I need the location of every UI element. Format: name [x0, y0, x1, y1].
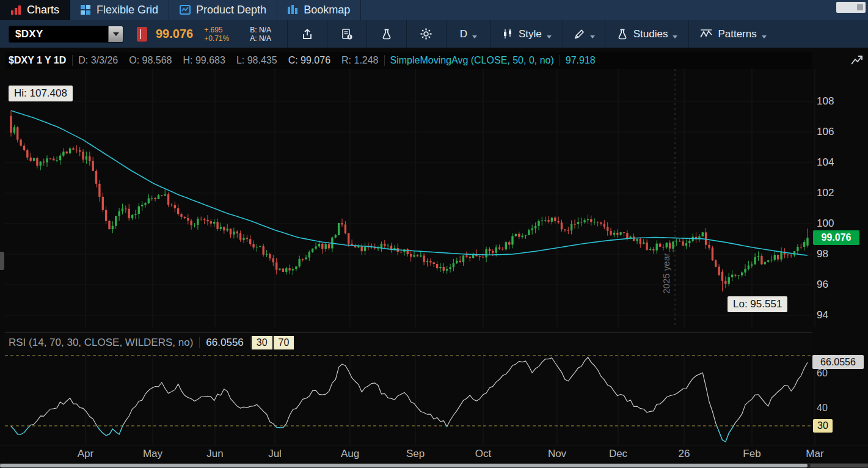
price-chart[interactable]	[0, 69, 868, 327]
patterns-button[interactable]: Patterns	[689, 20, 777, 48]
time-axis-label: Feb	[743, 448, 760, 460]
time-axis-label: Oct	[475, 448, 491, 460]
tab-flexible-grid[interactable]: Flexible Grid	[70, 0, 169, 20]
symbol-input[interactable]: $DXY	[9, 26, 123, 43]
time-axis-label: Nov	[548, 448, 566, 460]
year-divider-label: 2025 year	[661, 253, 671, 294]
bookmap-icon	[288, 5, 298, 15]
price-axis-label: 100	[817, 217, 834, 230]
price-axis-label: 96	[817, 278, 828, 291]
ohlc-range: R: 1.248	[336, 55, 384, 66]
price-change: +.695 +0.71%	[204, 26, 229, 43]
chart-scrollbar	[0, 463, 868, 468]
timeframe-button[interactable]: D	[447, 20, 491, 48]
note-info-icon	[341, 28, 353, 40]
high-annotation: Hi: 107.408	[9, 86, 73, 101]
price-axis-label: 94	[817, 309, 828, 322]
tab-product-depth[interactable]: Product Depth	[169, 0, 277, 20]
chart-actions-icon[interactable]	[850, 54, 865, 67]
time-axis-label: Jul	[268, 448, 282, 460]
tab-label: Product Depth	[196, 4, 266, 16]
pattern-zigzag-icon	[700, 28, 713, 40]
bar-chart-red-icon	[10, 5, 21, 15]
time-axis-label: Apr	[78, 448, 93, 460]
rsi-param-overbought[interactable]: 70	[274, 336, 294, 349]
price-axis-label: 102	[817, 186, 834, 200]
time-axis[interactable]: AprMayJunJulAugSepOctNovDec26FebMar	[0, 445, 868, 463]
time-axis-label: Dec	[609, 448, 627, 460]
time-axis-label: Aug	[341, 448, 359, 460]
chart-toolbar: $DXY 99.076 +.695 +0.71% B: N/A A: N/A	[0, 20, 868, 48]
time-axis-label: Jun	[206, 448, 223, 460]
rsi-axis-label: 60	[817, 367, 828, 380]
timeframe-value: D	[460, 28, 467, 40]
trading-app-window: Charts Flexible Grid Product Depth	[0, 0, 868, 468]
price-axis-label: 98	[817, 247, 828, 261]
style-label: Style	[519, 28, 542, 40]
time-axis-label: May	[143, 448, 162, 460]
price-axis-label: 104	[817, 156, 834, 169]
live-indicator-icon[interactable]	[137, 27, 147, 42]
rsi-header: RSI (14, 70, 30, CLOSE, WILDERS, no) 66.…	[5, 332, 812, 353]
price-axis-label: 106	[817, 125, 834, 139]
flask-icon	[381, 28, 393, 40]
time-axis-label: Sep	[406, 448, 425, 460]
change-value: +.695	[204, 26, 229, 34]
last-price: 99.076	[156, 27, 193, 41]
share-button[interactable]	[288, 20, 327, 48]
price-axis-label: 108	[817, 95, 834, 108]
sidebar-collapse-handle[interactable]	[0, 252, 4, 270]
studies-label: Studies	[633, 28, 668, 40]
rsi-value: 66.0556	[200, 337, 249, 349]
rsi-30-band-badge: 30	[813, 419, 833, 433]
study-value: 97.918	[560, 55, 601, 66]
chart-title: $DXY 1 Y 1D	[5, 55, 72, 66]
ohlc-open: O: 98.568	[123, 55, 177, 66]
economic-data-button[interactable]	[327, 20, 367, 48]
ask-value: A: N/A	[250, 34, 271, 43]
window-control-grip	[857, 4, 863, 10]
bid-ask: B: N/A A: N/A	[250, 26, 271, 43]
settings-button[interactable]	[407, 20, 446, 48]
chevron-down-icon	[547, 35, 552, 38]
change-percent: +0.71%	[204, 34, 229, 43]
flask-icon	[616, 28, 629, 40]
header-divider	[250, 337, 250, 348]
ohlc-low: L: 98.435	[231, 55, 283, 66]
study-label[interactable]: SimpleMovingAvg (CLOSE, 50, 0, no)	[385, 55, 560, 66]
tab-label: Bookmap	[304, 4, 350, 16]
chevron-down-icon	[762, 35, 767, 38]
style-button[interactable]: Style	[491, 20, 563, 48]
chart-style-icon	[502, 28, 514, 40]
tab-charts[interactable]: Charts	[0, 0, 70, 20]
symbol-value: $DXY	[9, 28, 108, 40]
patterns-label: Patterns	[718, 28, 756, 40]
chevron-down-icon	[472, 35, 477, 38]
workspace-tabbar: Charts Flexible Grid Product Depth	[0, 0, 868, 20]
chevron-down-icon	[673, 35, 677, 38]
drawing-tools-button[interactable]	[563, 20, 605, 48]
ohlc-date: D: 3/3/26	[73, 55, 123, 66]
tab-label: Flexible Grid	[97, 4, 158, 16]
symbol-dropdown-button[interactable]	[108, 26, 123, 42]
tab-label: Charts	[27, 4, 59, 16]
rsi-study-label[interactable]: RSI (14, 70, 30, CLOSE, WILDERS, no)	[5, 337, 199, 349]
rsi-param-oversold[interactable]: 30	[252, 336, 272, 349]
rsi-axis-label: 40	[817, 401, 828, 415]
ohlc-close: C: 99.076	[283, 55, 336, 66]
ohlc-high: H: 99.683	[178, 55, 231, 66]
grid-icon	[81, 5, 91, 15]
pencil-icon	[573, 28, 585, 40]
window-control[interactable]	[836, 2, 866, 13]
analyze-button[interactable]	[367, 20, 406, 48]
chart-header: $DXY 1 Y 1D D: 3/3/26 O: 98.568 H: 99.68…	[5, 52, 812, 69]
scrollbar-thumb[interactable]	[0, 464, 808, 467]
scrollbar-track-right[interactable]	[810, 464, 868, 467]
depth-chart-icon	[180, 5, 191, 15]
share-icon	[301, 28, 313, 40]
time-axis-label: 26	[679, 448, 690, 460]
tab-bookmap[interactable]: Bookmap	[277, 0, 361, 20]
bid-value: B: N/A	[250, 26, 271, 34]
rsi-chart[interactable]	[0, 353, 868, 445]
studies-button[interactable]: Studies	[605, 20, 689, 48]
